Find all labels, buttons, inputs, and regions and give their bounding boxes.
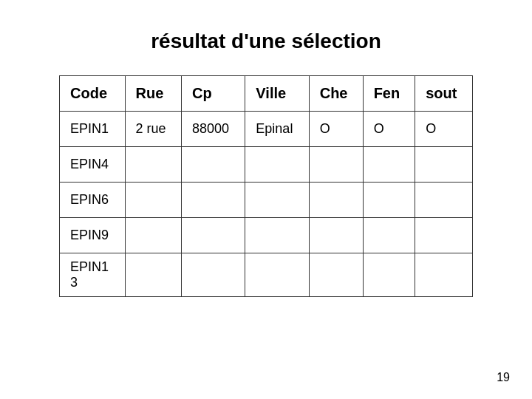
table-wrapper: CodeRueCpVilleCheFensout EPIN12 rue88000… — [59, 75, 473, 297]
table-cell-1-0: EPIN4 — [60, 147, 126, 183]
table-row: EPIN12 rue88000EpinalOOO — [60, 112, 473, 147]
table-row: EPIN6 — [60, 183, 473, 218]
table-cell-4-4 — [309, 253, 363, 297]
table-cell-4-0: EPIN1 3 — [60, 253, 126, 297]
table-cell-4-5 — [363, 253, 415, 297]
table-cell-3-6 — [415, 218, 473, 253]
table-cell-0-4: O — [309, 112, 363, 147]
data-table: CodeRueCpVilleCheFensout EPIN12 rue88000… — [59, 75, 473, 297]
table-cell-0-3: Epinal — [245, 112, 309, 147]
table-cell-0-2: 88000 — [181, 112, 245, 147]
table-cell-2-2 — [181, 183, 245, 218]
table-header-4: Che — [309, 76, 363, 112]
table-cell-4-1 — [125, 253, 181, 297]
table-cell-3-5 — [363, 218, 415, 253]
table-cell-0-5: O — [363, 112, 415, 147]
table-cell-2-0: EPIN6 — [60, 183, 126, 218]
table-cell-0-1: 2 rue — [125, 112, 181, 147]
table-cell-1-3 — [245, 147, 309, 183]
table-cell-3-3 — [245, 218, 309, 253]
table-cell-1-1 — [125, 147, 181, 183]
table-cell-1-2 — [181, 147, 245, 183]
table-cell-2-5 — [363, 183, 415, 218]
table-cell-4-2 — [181, 253, 245, 297]
table-header-2: Cp — [181, 76, 245, 112]
table-cell-3-4 — [309, 218, 363, 253]
table-cell-2-4 — [309, 183, 363, 218]
table-cell-2-6 — [415, 183, 473, 218]
table-cell-1-6 — [415, 147, 473, 183]
table-cell-4-6 — [415, 253, 473, 297]
page-title: résultat d'une sélection — [151, 30, 381, 53]
table-header-row: CodeRueCpVilleCheFensout — [60, 76, 473, 112]
table-cell-3-0: EPIN9 — [60, 218, 126, 253]
table-cell-3-2 — [181, 218, 245, 253]
table-cell-2-3 — [245, 183, 309, 218]
table-row: EPIN1 3 — [60, 253, 473, 297]
table-header-1: Rue — [125, 76, 181, 112]
table-row: EPIN9 — [60, 218, 473, 253]
table-cell-0-0: EPIN1 — [60, 112, 126, 147]
table-header-3: Ville — [245, 76, 309, 112]
page-container: résultat d'une sélection CodeRueCpVilleC… — [0, 0, 532, 399]
table-row: EPIN4 — [60, 147, 473, 183]
table-header-5: Fen — [363, 76, 415, 112]
page-number: 19 — [497, 371, 510, 384]
table-cell-2-1 — [125, 183, 181, 218]
table-cell-1-4 — [309, 147, 363, 183]
table-header-0: Code — [60, 76, 126, 112]
table-cell-0-6: O — [415, 112, 473, 147]
table-header-6: sout — [415, 76, 473, 112]
table-cell-1-5 — [363, 147, 415, 183]
table-cell-3-1 — [125, 218, 181, 253]
table-cell-4-3 — [245, 253, 309, 297]
